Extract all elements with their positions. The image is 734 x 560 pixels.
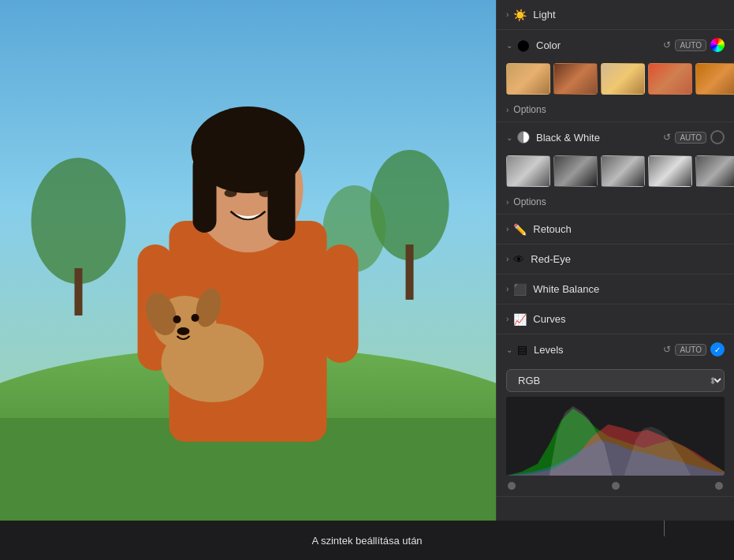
photo-svg [0, 0, 496, 521]
levels-label: Levels [534, 344, 663, 356]
color-actions: ↺ AUTO [663, 38, 725, 52]
redeye-chevron: › [506, 255, 509, 263]
bw-auto-button[interactable]: AUTO [675, 132, 706, 144]
main-area: › ☀️ Light ⌄ ⬤ Color ↺ AUTO [0, 0, 734, 521]
light-row[interactable]: › ☀️ Light [497, 0, 734, 30]
retouch-chevron: › [506, 225, 509, 233]
color-thumb-1[interactable] [506, 63, 550, 95]
bw-actions: ↺ AUTO [663, 130, 725, 144]
right-panel: › ☀️ Light ⌄ ⬤ Color ↺ AUTO [496, 0, 734, 521]
levels-icon: ▤ [517, 343, 527, 356]
bw-thumb-1[interactable] [506, 155, 550, 187]
color-section: ⌄ ⬤ Color ↺ AUTO › Options [497, 30, 734, 122]
bw-header[interactable]: ⌄ Black & White ↺ AUTO [497, 122, 734, 152]
levels-header[interactable]: ⌄ ▤ Levels ↺ AUTO [497, 334, 734, 364]
svg-rect-5 [75, 268, 83, 315]
color-header[interactable]: ⌄ ⬤ Color ↺ AUTO [497, 30, 734, 60]
bw-toggle-button[interactable] [710, 130, 725, 144]
color-thumb-5[interactable] [695, 63, 734, 95]
histogram-white-point[interactable] [715, 482, 723, 490]
retouch-row[interactable]: › ✏️ Retouch [497, 215, 734, 245]
bw-options-label: Options [513, 196, 546, 207]
svg-point-15 [259, 189, 272, 197]
svg-rect-13 [268, 154, 296, 241]
svg-rect-7 [406, 245, 414, 300]
levels-section: ⌄ ▤ Levels ↺ AUTO RGB Red Green Blue [497, 334, 734, 497]
svg-point-14 [225, 189, 237, 197]
rgb-select-wrapper: RGB Red Green Blue [506, 369, 725, 392]
bw-thumb-3[interactable] [601, 155, 645, 187]
levels-toggle-button[interactable] [710, 342, 725, 357]
color-auto-button[interactable]: AUTO [675, 39, 706, 51]
retouch-label: Retouch [533, 223, 725, 235]
levels-undo-button[interactable]: ↺ [663, 344, 671, 355]
wb-chevron: › [506, 285, 509, 293]
curves-chevron: › [506, 315, 509, 323]
histogram-area [506, 397, 725, 476]
svg-rect-12 [193, 154, 217, 233]
wb-label: White Balance [533, 283, 725, 295]
caption-line [664, 521, 665, 536]
redeye-icon: 👁 [513, 253, 524, 266]
bw-options-row[interactable]: › Options [497, 193, 734, 214]
svg-point-4 [32, 158, 126, 284]
color-undo-button[interactable]: ↺ [663, 39, 671, 50]
color-icon: ⬤ [517, 39, 530, 51]
redeye-label: Red-Eye [531, 253, 725, 265]
color-thumb-2[interactable] [553, 63, 598, 95]
bottom-caption: A szintek beállítása után [0, 521, 734, 560]
light-icon: ☀️ [513, 9, 527, 21]
photo-area [0, 0, 496, 521]
photo-background [0, 0, 496, 521]
bw-undo-button[interactable]: ↺ [663, 132, 671, 143]
color-options-label: Options [513, 104, 546, 115]
light-label: Light [533, 9, 725, 21]
bw-section: ⌄ Black & White ↺ AUTO › Options [497, 122, 734, 215]
curves-row[interactable]: › 📈 Curves [497, 304, 734, 334]
levels-auto-button[interactable]: AUTO [675, 344, 706, 356]
bw-options-chevron: › [506, 198, 509, 207]
redeye-row[interactable]: › 👁 Red-Eye [497, 245, 734, 274]
bw-chevron: ⌄ [506, 133, 512, 142]
caption-text: A szintek beállítása után [311, 535, 422, 547]
light-chevron: › [506, 10, 509, 19]
svg-rect-17 [323, 245, 359, 363]
color-options-row[interactable]: › Options [497, 101, 734, 121]
levels-actions: ↺ AUTO [663, 342, 725, 357]
histogram-svg [506, 397, 725, 476]
histogram-sliders [506, 482, 725, 490]
bw-label: Black & White [536, 132, 663, 144]
svg-point-22 [173, 315, 181, 323]
bw-thumbnail-strip [497, 152, 734, 193]
wb-icon: ⬛ [513, 283, 527, 296]
curves-label: Curves [533, 313, 725, 325]
bw-thumb-5[interactable] [695, 155, 734, 187]
color-label: Color [536, 39, 663, 51]
levels-chevron: ⌄ [506, 345, 512, 354]
curves-icon: 📈 [513, 313, 527, 326]
color-chevron: ⌄ [506, 41, 512, 50]
bw-thumb-2[interactable] [553, 155, 598, 187]
svg-point-23 [192, 314, 199, 322]
wb-row[interactable]: › ⬛ White Balance [497, 274, 734, 304]
histogram-black-point[interactable] [508, 482, 516, 490]
bw-thumb-4[interactable] [648, 155, 692, 187]
color-thumbnail-strip [497, 60, 734, 101]
retouch-icon: ✏️ [513, 223, 527, 236]
rgb-select[interactable]: RGB Red Green Blue [506, 369, 725, 392]
histogram-mid-point[interactable] [612, 482, 620, 490]
bw-icon [517, 131, 530, 144]
rgb-select-row: RGB Red Green Blue [497, 364, 734, 397]
color-thumb-3[interactable] [601, 63, 645, 95]
color-options-chevron: › [506, 106, 509, 114]
color-toggle-button[interactable] [710, 38, 725, 52]
color-thumb-4[interactable] [648, 63, 692, 95]
svg-point-24 [177, 327, 190, 335]
